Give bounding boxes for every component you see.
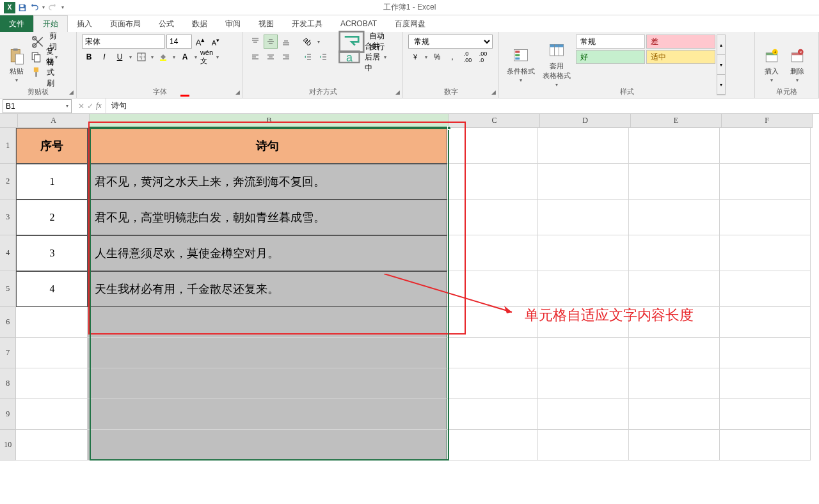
cell-F2[interactable]: [720, 164, 811, 200]
cell-E2[interactable]: [629, 164, 720, 200]
cell-B1[interactable]: 诗句: [88, 128, 447, 164]
row-header-9[interactable]: 9: [0, 399, 16, 430]
cell-styles-scroll[interactable]: ▴▾▾: [717, 35, 726, 95]
cell-A10[interactable]: [16, 430, 88, 461]
cell-E7[interactable]: [629, 338, 720, 368]
cell-B6[interactable]: [88, 307, 447, 338]
formula-input[interactable]: 诗句: [106, 100, 819, 111]
row-header-10[interactable]: 10: [0, 430, 16, 461]
row-header-1[interactable]: 1: [0, 128, 16, 164]
cell-F6[interactable]: [720, 307, 811, 338]
cell-F9[interactable]: [720, 399, 811, 430]
cell-D4[interactable]: [538, 235, 629, 271]
tab-baidu[interactable]: 百度网盘: [386, 15, 434, 32]
cell-D1[interactable]: [538, 128, 629, 164]
cell-style-good[interactable]: 好: [576, 50, 645, 64]
cell-E8[interactable]: [629, 368, 720, 399]
orientation-button[interactable]: ab: [301, 35, 315, 49]
align-middle-button[interactable]: [264, 35, 278, 49]
accounting-format-button[interactable]: ¥: [408, 50, 422, 64]
qat-customize[interactable]: ▾: [60, 4, 65, 10]
tab-dev[interactable]: 开发工具: [283, 15, 331, 32]
cell-style-bad[interactable]: 差: [646, 35, 715, 49]
undo-dropdown[interactable]: ▾: [41, 4, 46, 10]
cell-C8[interactable]: [447, 368, 538, 399]
row-header-7[interactable]: 7: [0, 338, 16, 368]
cell-B8[interactable]: [88, 368, 447, 399]
format-painter-button[interactable]: 格式刷: [31, 65, 58, 79]
underline-button[interactable]: U: [113, 50, 127, 64]
cell-B9[interactable]: [88, 399, 447, 430]
cell-D3[interactable]: [538, 200, 629, 235]
cell-D9[interactable]: [538, 399, 629, 430]
cell-C9[interactable]: [447, 399, 538, 430]
decrease-font-button[interactable]: A▾: [209, 35, 223, 49]
row-header-3[interactable]: 3: [0, 200, 16, 235]
font-color-button[interactable]: A: [178, 50, 192, 64]
selection-handle[interactable]: [447, 126, 451, 130]
borders-button[interactable]: [134, 50, 148, 64]
save-icon[interactable]: [18, 3, 27, 12]
tab-file[interactable]: 文件: [0, 15, 33, 32]
font-name-select[interactable]: [82, 35, 165, 49]
undo-icon[interactable]: [29, 3, 38, 12]
cell-E5[interactable]: [629, 271, 720, 307]
decrease-indent-button[interactable]: [301, 50, 315, 64]
name-box[interactable]: B1▾: [3, 99, 72, 113]
redo-icon[interactable]: [49, 3, 58, 12]
cell-F4[interactable]: [720, 235, 811, 271]
cell-A3[interactable]: 2: [16, 200, 88, 235]
cell-F7[interactable]: [720, 338, 811, 368]
font-launcher[interactable]: ◢: [234, 89, 241, 97]
align-right-button[interactable]: [279, 50, 293, 64]
cell-B4[interactable]: 人生得意须尽欢，莫使金樽空对月。: [88, 235, 447, 271]
cell-E4[interactable]: [629, 235, 720, 271]
cell-C10[interactable]: [447, 430, 538, 461]
cell-B2[interactable]: 君不见，黄河之水天上来，奔流到海不复回。: [88, 164, 447, 200]
col-header-D[interactable]: D: [540, 114, 631, 128]
fx-icon[interactable]: fx: [96, 101, 102, 111]
cell-F3[interactable]: [720, 200, 811, 235]
number-launcher[interactable]: ◢: [489, 89, 497, 97]
cell-D2[interactable]: [538, 164, 629, 200]
tab-formulas[interactable]: 公式: [150, 15, 183, 32]
cell-E10[interactable]: [629, 430, 720, 461]
cell-D7[interactable]: [538, 338, 629, 368]
cell-C1[interactable]: [447, 128, 538, 164]
font-size-select[interactable]: [166, 35, 192, 49]
italic-button[interactable]: I: [97, 50, 111, 64]
tab-home[interactable]: 开始: [33, 15, 68, 32]
cell-A1[interactable]: 序号: [16, 128, 88, 164]
cell-B5[interactable]: 天生我材必有用，千金散尽还复来。: [88, 271, 447, 307]
cell-A9[interactable]: [16, 399, 88, 430]
cell-A7[interactable]: [16, 338, 88, 368]
cell-D10[interactable]: [538, 430, 629, 461]
align-launcher[interactable]: ◢: [394, 89, 401, 97]
cell-A5[interactable]: 4: [16, 271, 88, 307]
cell-A8[interactable]: [16, 368, 88, 399]
format-as-table-button[interactable]: 套用 表格格式▾: [540, 35, 573, 95]
cell-A4[interactable]: 3: [16, 235, 88, 271]
cell-A6[interactable]: [16, 307, 88, 338]
increase-indent-button[interactable]: [316, 50, 330, 64]
tab-layout[interactable]: 页面布局: [101, 15, 150, 32]
cell-C7[interactable]: [447, 338, 538, 368]
merge-center-button[interactable]: a合并后居中▾: [338, 50, 386, 64]
cell-E9[interactable]: [629, 399, 720, 430]
cell-B3[interactable]: 君不见，高堂明镜悲白发，朝如青丝暮成雪。: [88, 200, 447, 235]
cell-F8[interactable]: [720, 368, 811, 399]
cell-C2[interactable]: [447, 164, 538, 200]
enter-formula-icon[interactable]: ✓: [87, 102, 93, 111]
decrease-decimal-button[interactable]: .00.0: [476, 50, 490, 64]
col-header-E[interactable]: E: [631, 114, 722, 128]
align-center-button[interactable]: [264, 50, 278, 64]
cancel-formula-icon[interactable]: ✕: [78, 102, 84, 111]
align-left-button[interactable]: [248, 50, 262, 64]
conditional-format-button[interactable]: 条件格式▾: [504, 35, 537, 95]
phonetic-button[interactable]: wén文: [200, 50, 214, 64]
delete-cells-button[interactable]: × 删除▾: [786, 35, 809, 95]
cell-A2[interactable]: 1: [16, 164, 88, 200]
increase-font-button[interactable]: A▴: [193, 35, 207, 49]
percent-button[interactable]: %: [430, 50, 444, 64]
row-header-2[interactable]: 2: [0, 164, 16, 200]
